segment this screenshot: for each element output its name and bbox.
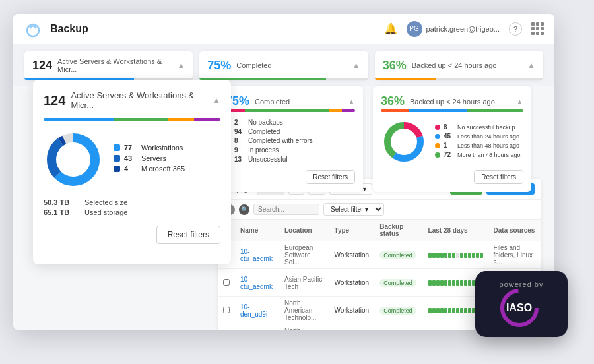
table-header-row: Name Location Type Backup status Last 28…: [218, 220, 541, 241]
card-pct-completed: 75%: [207, 59, 231, 73]
svg-point-10: [391, 129, 417, 155]
cell-location: North American Technolo...: [279, 324, 329, 331]
mid-legend-no-backups: 2 No backups: [226, 119, 355, 126]
cell-checkbox[interactable]: [218, 297, 235, 324]
right-label: Backed up < 24 hours ago: [410, 98, 495, 106]
cell-status: Completed: [374, 269, 422, 297]
col-backup-status: Backup status: [374, 220, 422, 241]
right-progress-bar: [381, 109, 523, 112]
filter-row: ✕ 🔍 Select filter ▾: [218, 200, 541, 220]
legend-ms365: 4 Microsoft 365: [114, 165, 220, 173]
cell-location: Asian Pacific Tech: [279, 269, 329, 297]
app-title: Backup: [50, 23, 376, 35]
cell-name: 10-ctu_aeqmk: [235, 241, 279, 269]
right-legend-48h: 1 Less than 48 hours ago: [435, 142, 521, 149]
middle-panel: 75% Completed ▲ 2 No backups 94 Complete…: [218, 86, 363, 192]
storage-info: 50.3 TB Selected size 65.1 TB Used stora…: [44, 198, 220, 216]
right-donut-section: 8 No successful backup 45 Less than 24 h…: [381, 119, 523, 165]
panel-progress-bar: [44, 118, 220, 121]
iaso-logo: IASO: [500, 288, 539, 328]
top-bar-icons: 🔔 PG patrick.green@trigeo... ?: [384, 21, 544, 37]
mid-arrow: ▲: [348, 98, 355, 106]
mid-label: Completed: [255, 98, 290, 106]
legend-dot-workstations: [114, 144, 120, 151]
search-icon[interactable]: 🔍: [239, 204, 249, 215]
donut-chart: [44, 130, 103, 189]
cell-status: Completed: [374, 297, 422, 324]
grid-icon[interactable]: [531, 22, 544, 35]
right-reset-button[interactable]: Reset filters: [474, 170, 523, 184]
cell-type: Workstation: [329, 241, 375, 269]
table-row[interactable]: 10-ctu_aeqmk European Software Sol... Wo…: [218, 241, 541, 269]
storage-row-used: 65.1 TB Used storage: [44, 208, 220, 216]
legend-dot-servers: [114, 155, 120, 162]
right-legend-24h: 45 Less than 24 hours ago: [435, 133, 521, 140]
bell-icon[interactable]: 🔔: [384, 22, 397, 35]
right-pct: 36%: [381, 94, 405, 108]
donut-legend: 77 Workstations 43 Servers 4 Microsoft 3…: [114, 144, 220, 175]
cell-location: European Software Sol...: [279, 241, 329, 269]
mid-reset-button[interactable]: Reset filters: [306, 170, 355, 184]
donut-section: 77 Workstations 43 Servers 4 Microsoft 3…: [44, 130, 220, 189]
card-label-active: Active Servers & Workstations & Micr...: [57, 57, 172, 73]
cell-type: Workstation: [329, 297, 375, 324]
iaso-name: IASO: [506, 302, 532, 314]
card-label-completed: Completed: [236, 61, 346, 69]
top-bar: Backup 🔔 PG patrick.green@trigeo... ?: [13, 14, 554, 44]
filter-select[interactable]: Select filter ▾: [323, 203, 384, 216]
cell-name: 10-dfw_ojsa1: [235, 324, 279, 331]
help-icon[interactable]: ?: [509, 22, 522, 36]
col-location: Location: [279, 220, 329, 241]
right-dot-no-success: [435, 125, 440, 130]
iaso-badge: powered by IASO: [475, 271, 568, 337]
right-donut-chart: [381, 119, 427, 165]
iaso-powered-by: powered by: [500, 280, 544, 288]
username: patrick.green@trigeo...: [426, 25, 500, 33]
col-name: Name: [235, 220, 279, 241]
reset-filters-button[interactable]: Reset filters: [156, 226, 220, 244]
cell-checkbox[interactable]: [218, 269, 235, 297]
right-panel: 36% Backed up < 24 hours ago ▲ 8 No succ…: [373, 86, 531, 192]
card-progress-backed: [375, 78, 543, 80]
cell-sources: Files and folders, Linux s...: [488, 241, 541, 269]
card-arrow-backed: ▲: [527, 61, 535, 70]
card-completed[interactable]: 75% Completed ▲: [199, 51, 368, 80]
card-arrow-completed: ▲: [352, 61, 360, 70]
legend-dot-ms365: [114, 166, 120, 172]
cell-location: North American Technolo...: [279, 297, 329, 324]
panel-number: 124: [44, 93, 65, 108]
search-input[interactable]: [253, 204, 319, 215]
card-backed-up[interactable]: 36% Backed up < 24 hours ago ▲: [375, 51, 543, 80]
card-arrow-active: ▲: [177, 61, 185, 70]
cell-status: Completed: [374, 241, 422, 269]
mid-legend-completed: 94 Completed: [226, 128, 355, 135]
mid-legend-errors: 8 Completed with errors: [226, 137, 355, 144]
cell-name: 10-den_ud9i: [235, 297, 279, 324]
outer-wrapper: Backup 🔔 PG patrick.green@trigeo... ? 12…: [13, 14, 581, 350]
mid-legend-in-process: 9 In process: [226, 146, 355, 154]
mid-progress-bar: [226, 109, 355, 112]
legend-workstations: 77 Workstations: [114, 144, 220, 152]
expanded-panel: 124 Active Servers & Workstations & Micr…: [33, 80, 231, 264]
panel-arrow: ▲: [213, 96, 220, 105]
user-info: PG patrick.green@trigeo...: [407, 21, 500, 37]
app-logo-icon: [24, 20, 42, 38]
right-legend-more48h: 72 More than 48 hours ago: [435, 151, 521, 158]
right-dot-more48h: [435, 152, 440, 158]
cell-status: In process: [374, 324, 422, 331]
col-type: Type: [329, 220, 375, 241]
panel-title: Active Servers & Workstations & Micr...: [71, 90, 207, 110]
col-sources: Data sources: [488, 220, 541, 241]
right-arrow: ▲: [516, 98, 523, 106]
card-label-backed: Backed up < 24 hours ago: [412, 61, 522, 69]
card-number-active: 124: [32, 59, 52, 73]
cell-name: 10-ctu_aeqmk: [235, 269, 279, 297]
cell-bars: [423, 241, 488, 269]
card-active-servers[interactable]: 124 Active Servers & Workstations & Micr…: [24, 51, 193, 80]
mid-legend-unsuccessful: 13 Unsuccessful: [226, 156, 355, 163]
right-legend: 8 No successful backup 45 Less than 24 h…: [435, 123, 521, 160]
col-last28: Last 28 days: [423, 220, 488, 241]
cell-checkbox[interactable]: [218, 324, 235, 331]
cell-type: Workstation: [329, 324, 375, 331]
storage-row-selected: 50.3 TB Selected size: [44, 198, 220, 206]
